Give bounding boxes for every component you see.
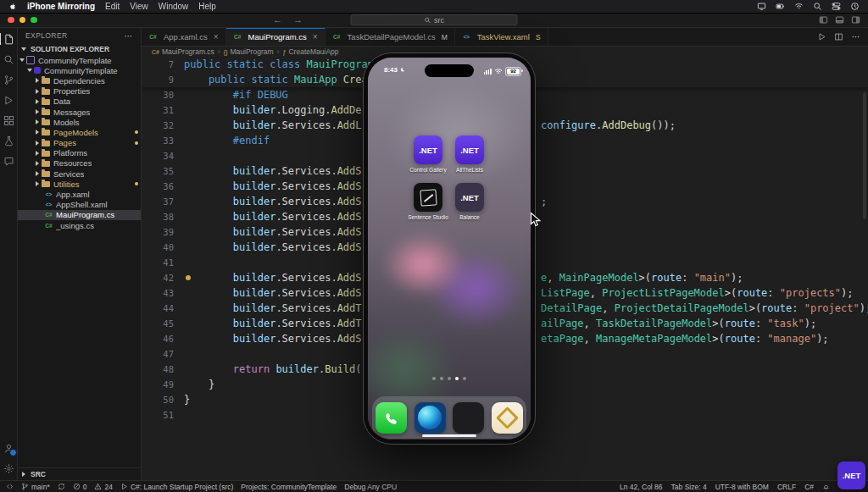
- tree-item-platforms[interactable]: Platforms: [18, 148, 141, 158]
- statusbar-item-c-launch-startup-project-src[interactable]: C#: Launch Startup Project (src): [120, 483, 233, 491]
- statusbar-item-crlf[interactable]: CRLF: [777, 483, 796, 491]
- dock-edge-app[interactable]: [415, 402, 446, 434]
- chat-icon[interactable]: [2, 154, 15, 168]
- history-forward-button[interactable]: →: [293, 13, 303, 27]
- explorer-icon[interactable]: [2, 32, 15, 46]
- app-icon-sentence-studio[interactable]: [414, 183, 442, 212]
- app-sentence-studio[interactable]: Sentence Studio: [409, 183, 448, 220]
- app-control-gallery[interactable]: .NETControl Gallery: [409, 135, 448, 173]
- menubar-app-name[interactable]: iPhone Mirroring: [27, 2, 95, 11]
- app-icon-allthelists[interactable]: .NET: [455, 135, 484, 164]
- line-number[interactable]: 9: [142, 72, 184, 87]
- dock-phone-app[interactable]: [376, 402, 407, 434]
- tree-item-dependencies[interactable]: Dependencies: [18, 75, 141, 86]
- tree-item-communitytemplate-solution[interactable]: CommunityTemplate: [18, 55, 141, 65]
- dock-mosaic-app[interactable]: [453, 402, 484, 434]
- line-number[interactable]: 49: [142, 377, 184, 392]
- close-window-button[interactable]: [8, 17, 14, 24]
- line-number[interactable]: 33: [142, 133, 184, 148]
- tree-item-messages[interactable]: Messages: [18, 107, 141, 117]
- statusbar-item-remote[interactable]: [6, 483, 14, 490]
- display-icon[interactable]: [757, 2, 766, 11]
- line-number[interactable]: 31: [142, 102, 184, 118]
- statusbar-item-0[interactable]: 0: [73, 483, 87, 491]
- tree-item-mauiprogram-cs[interactable]: C#MauiProgram.cs: [18, 210, 141, 220]
- statusbar-item-projects-communitytemplate[interactable]: Projects: CommunityTemplate: [241, 483, 337, 491]
- line-number[interactable]: 45: [142, 316, 184, 331]
- tab-taskdetailpagemodel-cs[interactable]: C#TaskDetailPageModel.csM: [326, 28, 455, 46]
- app-balance[interactable]: .NETBalance: [450, 183, 489, 220]
- statusbar-item-utf-8-with-bom[interactable]: UTF-8 with BOM: [715, 483, 769, 491]
- dock-gold-app[interactable]: [492, 402, 523, 434]
- tree-item-appshell-xaml[interactable]: <>AppShell.xaml: [18, 200, 141, 210]
- line-number[interactable]: 35: [142, 163, 184, 179]
- tree-item-communitytemplate-project[interactable]: CommunityTemplate: [18, 65, 141, 75]
- line-number[interactable]: 41: [142, 255, 184, 270]
- extensions-icon[interactable]: [2, 113, 15, 127]
- toggle-panel-icon[interactable]: [835, 13, 844, 28]
- line-number[interactable]: 34: [142, 148, 184, 163]
- statusbar-item-c[interactable]: C#: [804, 483, 814, 491]
- settings-icon[interactable]: [2, 462, 15, 475]
- tree-item-resources[interactable]: Resources: [18, 158, 141, 169]
- line-number[interactable]: 50: [142, 392, 184, 407]
- close-tab-icon[interactable]: ×: [214, 33, 219, 41]
- app-icon-balance[interactable]: .NET: [455, 183, 484, 212]
- toggle-sidebar-icon[interactable]: [819, 13, 828, 28]
- app-allthelists[interactable]: .NETAllTheLists: [450, 135, 489, 173]
- split-editor-icon[interactable]: [834, 30, 843, 45]
- line-number[interactable]: 42: [142, 270, 184, 285]
- statusbar-item-24[interactable]: 24: [94, 483, 112, 491]
- tab-taskview-xaml[interactable]: <>TaskView.xamlS: [455, 28, 548, 46]
- customize-layout-icon[interactable]: [851, 13, 860, 28]
- statusbar-item-tab-size-4[interactable]: Tab Size: 4: [671, 483, 707, 491]
- solution-explorer-section[interactable]: SOLUTION EXPLORER: [18, 43, 141, 55]
- command-center-search[interactable]: src: [351, 14, 518, 25]
- line-number[interactable]: 48: [142, 362, 184, 377]
- menu-help[interactable]: Help: [198, 2, 216, 11]
- line-number[interactable]: 51: [142, 407, 184, 423]
- src-section[interactable]: SRC: [18, 467, 141, 480]
- source-control-icon[interactable]: [2, 73, 15, 86]
- search-icon[interactable]: [2, 53, 15, 66]
- breadcrumb-item-mauiprogram[interactable]: {}MauiProgram: [224, 47, 274, 56]
- tab-app-xaml-cs[interactable]: C#App.xaml.cs×: [142, 28, 226, 46]
- tree-item-pagemodels[interactable]: PageModels: [18, 127, 141, 137]
- run-button[interactable]: [817, 30, 826, 45]
- explorer-more-actions[interactable]: ⋯: [125, 31, 133, 41]
- line-number[interactable]: 44: [142, 301, 184, 316]
- line-number[interactable]: 36: [142, 179, 184, 194]
- line-number[interactable]: 40: [142, 240, 184, 255]
- control-center-icon[interactable]: [832, 2, 841, 11]
- testing-icon[interactable]: [2, 134, 15, 147]
- battery-icon[interactable]: [776, 2, 785, 11]
- statusbar-item-bell[interactable]: [822, 483, 830, 490]
- menu-window[interactable]: Window: [159, 2, 189, 11]
- line-number[interactable]: 46: [142, 331, 184, 346]
- zoom-window-button[interactable]: [31, 17, 37, 24]
- history-back-button[interactable]: ←: [273, 13, 282, 27]
- line-number[interactable]: 7: [142, 57, 184, 72]
- tab-mauiprogram-cs[interactable]: C#MauiProgram.cs×: [226, 28, 326, 46]
- line-number[interactable]: 39: [142, 224, 184, 240]
- line-number[interactable]: 37: [142, 194, 184, 209]
- clock-icon[interactable]: [850, 2, 860, 11]
- line-number[interactable]: 38: [142, 209, 184, 224]
- breadcrumb-item-mauiprogram-cs[interactable]: C#MauiProgram.cs: [152, 47, 214, 56]
- line-number[interactable]: 30: [142, 87, 184, 102]
- statusbar-item-debug-any-cpu[interactable]: Debug Any CPU: [344, 483, 397, 491]
- tree-item-properties[interactable]: Properties: [18, 86, 141, 97]
- run-debug-icon[interactable]: [2, 93, 15, 107]
- statusbar-item-sync[interactable]: [58, 483, 65, 490]
- statusbar-item-ln-42-col-86[interactable]: Ln 42, Col 86: [620, 483, 663, 491]
- close-tab-icon[interactable]: ×: [313, 33, 318, 41]
- statusbar-item-main[interactable]: main*: [21, 483, 50, 491]
- account-icon[interactable]: [2, 441, 15, 455]
- tree-item-usings-cs[interactable]: C#_usings.cs: [18, 220, 141, 230]
- tree-item-app-xaml[interactable]: <>App.xaml: [18, 189, 141, 199]
- search-icon[interactable]: [813, 2, 822, 11]
- iphone-mirroring-phone[interactable]: 8:43 92 .NETControl Gallery.NETAllTheLis…: [363, 53, 536, 445]
- minimize-window-button[interactable]: [19, 17, 26, 24]
- wifi-icon[interactable]: [794, 2, 804, 11]
- line-number[interactable]: 47: [142, 346, 184, 362]
